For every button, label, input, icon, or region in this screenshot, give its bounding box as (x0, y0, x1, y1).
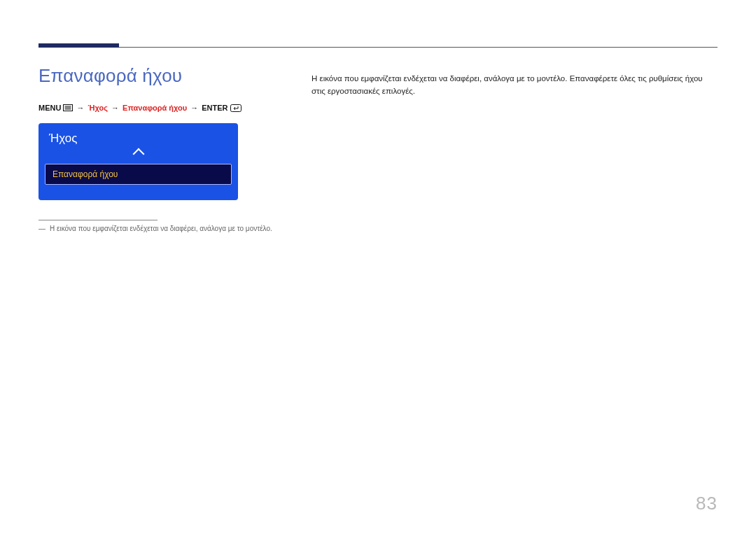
left-column: Επαναφορά ήχου MENU → Ήχος → Επαναφορά ή… (38, 65, 276, 232)
page-number: 83 (696, 493, 718, 514)
enter-label: ENTER (202, 104, 227, 112)
description-text: Η εικόνα που εμφανίζεται ενδέχεται να δι… (312, 72, 718, 98)
footnote-text: Η εικόνα που εμφανίζεται ενδέχεται να δι… (50, 225, 272, 232)
footnote-dash: ― (38, 225, 46, 232)
arrow-sep: → (76, 104, 86, 112)
menu-label: MENU (38, 104, 61, 112)
menu-path: MENU → Ήχος → Επαναφορά ήχου → ENTER (38, 104, 276, 113)
arrow-sep: → (110, 104, 120, 112)
rule-thin (38, 47, 718, 48)
breadcrumb-step2: Ήχος (88, 104, 108, 112)
menu-icon (63, 104, 73, 113)
osd-item-label: Επαναφορά ήχου (52, 169, 118, 179)
osd-panel: Ήχος Επαναφορά ήχου (38, 123, 238, 200)
page-root: Επαναφορά ήχου MENU → Ήχος → Επαναφορά ή… (0, 0, 756, 534)
rule-thick (38, 43, 119, 48)
osd-title: Ήχος (45, 130, 232, 150)
right-column: Η εικόνα που εμφανίζεται ενδέχεται να δι… (312, 65, 718, 232)
chevron-up-icon (134, 148, 143, 160)
content-columns: Επαναφορά ήχου MENU → Ήχος → Επαναφορά ή… (38, 65, 718, 232)
arrow-sep: → (189, 104, 200, 112)
enter-icon (230, 104, 241, 113)
osd-selected-item[interactable]: Επαναφορά ήχου (45, 164, 232, 185)
section-title: Επαναφορά ήχου (38, 65, 276, 87)
footnote: ― Η εικόνα που εμφανίζεται ενδέχεται να … (38, 225, 276, 232)
scroll-up-icon[interactable] (45, 148, 232, 161)
top-rule (38, 31, 718, 52)
breadcrumb-step3: Επαναφορά ήχου (122, 104, 187, 112)
footnote-rule (38, 220, 158, 220)
